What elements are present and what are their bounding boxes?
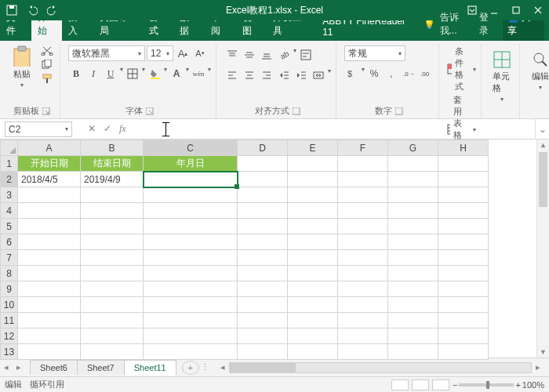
orientation-icon[interactable]: ab [276, 47, 292, 63]
cell-C1[interactable]: 年月日 [144, 156, 238, 172]
cell-H13[interactable] [438, 344, 489, 360]
cell-G8[interactable] [388, 266, 438, 281]
cell-G9[interactable] [388, 281, 438, 297]
tell-me-input[interactable]: 告诉我... [440, 11, 475, 38]
scroll-left-icon[interactable]: ◂ [216, 362, 229, 372]
cell-C9[interactable] [144, 281, 238, 297]
cell-G6[interactable] [388, 234, 438, 250]
row-header[interactable]: 1 [1, 156, 18, 172]
sheet-nav-next-icon[interactable]: ▸ [13, 362, 25, 372]
cell-A8[interactable] [18, 266, 81, 281]
cell-H9[interactable] [438, 281, 489, 297]
column-header[interactable]: F [338, 140, 388, 156]
save-icon[interactable] [5, 3, 19, 17]
column-header[interactable]: C [144, 140, 238, 156]
cell-B3[interactable] [81, 187, 144, 203]
cell-B8[interactable] [81, 266, 144, 281]
tab-split-handle[interactable]: ⋮ [199, 362, 212, 372]
merge-center-icon[interactable] [311, 67, 326, 83]
cell-E3[interactable] [288, 187, 338, 203]
cell-A9[interactable] [18, 281, 81, 297]
cell-C13[interactable] [144, 344, 238, 360]
copy-icon[interactable] [41, 60, 55, 71]
name-box[interactable]: C2▾ [5, 122, 72, 137]
sheet-nav-prev-icon[interactable]: ◂ [0, 362, 13, 372]
undo-icon[interactable] [25, 3, 39, 17]
cell-grid[interactable]: ABCDEFGH 1开始日期结束日期年月日22018/4/52019/4/934… [0, 140, 489, 360]
cell-G3[interactable] [388, 187, 438, 203]
expand-formula-bar-icon[interactable]: ⌄ [535, 119, 549, 140]
cell-E1[interactable] [288, 156, 338, 172]
font-name-select[interactable]: 微软雅黑▾ [68, 45, 145, 61]
cell-H5[interactable] [438, 219, 489, 234]
cell-F10[interactable] [338, 297, 388, 313]
cell-D3[interactable] [238, 187, 288, 203]
conditional-formatting-button[interactable]: 条件格式▾ [447, 45, 476, 93]
underline-button[interactable]: U [103, 66, 118, 82]
cell-D8[interactable] [238, 266, 288, 281]
cell-C10[interactable] [144, 297, 238, 313]
cell-E12[interactable] [288, 328, 338, 344]
increase-decimal-icon[interactable]: .0→.00 [401, 66, 416, 82]
cell-B2[interactable]: 2019/4/9 [81, 172, 144, 187]
cell-G7[interactable] [388, 250, 438, 266]
sheet-tab-7[interactable]: Sheet7 [77, 360, 125, 375]
cell-H6[interactable] [438, 234, 489, 250]
row-header[interactable]: 13 [1, 344, 18, 360]
cell-C8[interactable] [144, 266, 238, 281]
scroll-up-icon[interactable]: ▲ [537, 141, 549, 149]
cell-F2[interactable] [338, 172, 388, 187]
column-header[interactable]: H [438, 140, 489, 156]
cell-B9[interactable] [81, 281, 144, 297]
chevron-down-icon[interactable]: ▾ [164, 66, 167, 82]
cell-A2[interactable]: 2018/4/5 [18, 172, 81, 187]
cell-E10[interactable] [288, 297, 338, 313]
column-header[interactable]: A [18, 140, 81, 156]
accounting-format-icon[interactable]: $ [344, 66, 360, 82]
cut-icon[interactable] [41, 45, 55, 56]
cell-C6[interactable] [144, 234, 238, 250]
cell-G5[interactable] [388, 219, 438, 234]
cell-F5[interactable] [338, 219, 388, 234]
number-format-select[interactable]: 常规▾ [344, 45, 405, 61]
fx-icon[interactable]: fx [119, 123, 126, 135]
cell-C11[interactable] [144, 313, 238, 328]
row-header[interactable]: 7 [1, 250, 18, 266]
cell-E6[interactable] [288, 234, 338, 250]
cell-A7[interactable] [18, 250, 81, 266]
cell-B10[interactable] [81, 297, 144, 313]
cell-A11[interactable] [18, 313, 81, 328]
phonetic-icon[interactable]: wén [191, 66, 206, 82]
zoom-out-icon[interactable]: − [453, 380, 457, 390]
cell-D4[interactable] [238, 203, 288, 219]
cells-button[interactable]: 单元格▾ [489, 45, 514, 103]
cell-H11[interactable] [438, 313, 489, 328]
select-all-button[interactable] [1, 140, 18, 156]
login-link[interactable]: 登录 [479, 11, 497, 38]
row-header[interactable]: 8 [1, 266, 18, 281]
cell-F4[interactable] [338, 203, 388, 219]
chevron-down-icon[interactable]: ▾ [362, 66, 365, 82]
cell-H12[interactable] [438, 328, 489, 344]
decrease-indent-icon[interactable] [276, 67, 292, 83]
row-header[interactable]: 9 [1, 281, 18, 297]
cell-F12[interactable] [338, 328, 388, 344]
sheet-tab-6[interactable]: Sheet6 [30, 360, 78, 375]
cell-A13[interactable] [18, 344, 81, 360]
cell-B7[interactable] [81, 250, 144, 266]
font-size-select[interactable]: 12▾ [147, 45, 173, 61]
percent-format-icon[interactable]: % [366, 66, 382, 82]
cell-D11[interactable] [238, 313, 288, 328]
scrollbar-thumb[interactable] [539, 152, 547, 207]
cell-D2[interactable] [238, 172, 288, 187]
cell-F6[interactable] [338, 234, 388, 250]
scrollbar-thumb[interactable] [230, 363, 296, 372]
cell-D1[interactable] [238, 156, 288, 172]
enter-formula-icon[interactable]: ✓ [104, 123, 111, 135]
cell-F9[interactable] [338, 281, 388, 297]
cell-E5[interactable] [288, 219, 338, 234]
cell-E9[interactable] [288, 281, 338, 297]
row-header[interactable]: 3 [1, 187, 18, 203]
column-header[interactable]: E [288, 140, 338, 156]
new-sheet-button[interactable]: + [182, 361, 199, 375]
